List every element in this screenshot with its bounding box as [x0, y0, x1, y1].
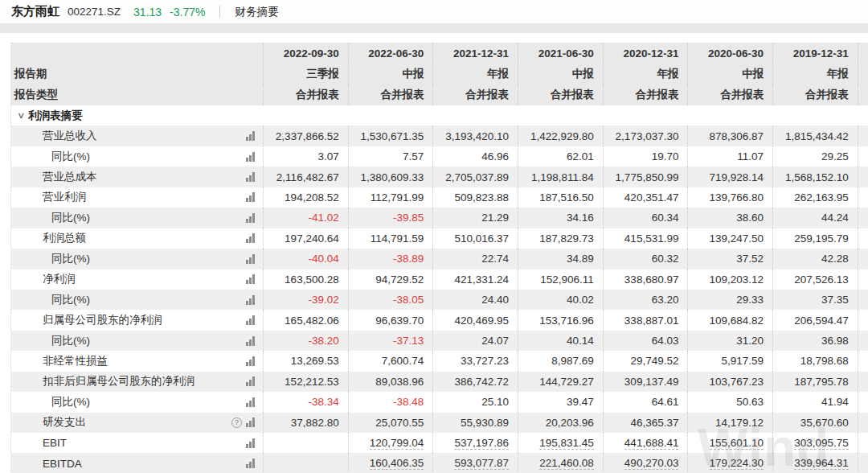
cell-value: 7.57 [349, 146, 434, 167]
bar-chart-icon[interactable] [246, 131, 255, 141]
bar-chart-icon[interactable] [246, 397, 255, 407]
help-icon[interactable]: ? [231, 417, 242, 428]
row-label-cell[interactable]: EBIT [11, 433, 264, 453]
cell-value: 2,337,866.52 [264, 125, 349, 146]
bar-chart-icon[interactable] [246, 152, 255, 162]
cell-value: 207,526.13 [773, 269, 858, 290]
cell-value: 593,077.87 [433, 453, 518, 473]
cell-value: 14,179.12 [688, 413, 773, 433]
cell-value: 34.89 [518, 249, 604, 269]
bar-chart-icon[interactable] [246, 233, 255, 243]
column-header-date: 2021-06-30 [518, 43, 604, 64]
row-label-cell[interactable]: 净利润 [11, 269, 264, 290]
bar-chart-icon[interactable] [246, 336, 255, 346]
table-row: 非经常性损益13,269.537,600.7433,727.238,987.69… [11, 351, 868, 371]
cell-value: 25.10 [433, 392, 518, 412]
row-icons [246, 356, 263, 366]
table-row: 营业总成本2,116,482.671,380,609.332,705,037.8… [11, 167, 868, 187]
tab-financial-summary[interactable]: 财务摘要 [235, 5, 278, 19]
cell-value: 114,791.59 [349, 228, 434, 249]
row-icons [246, 336, 263, 346]
cell-value: 441,688.41 [604, 433, 689, 453]
row-label-cell[interactable]: 非经常性损益 [11, 351, 264, 371]
table-row: 利润总额197,240.64114,791.59510,016.37187,82… [11, 228, 868, 249]
cell-value: 8,987.69 [518, 351, 604, 371]
cell-value: 120,799.04 [349, 433, 434, 453]
row-label-cell[interactable]: 同比(%) [11, 146, 264, 167]
cell-value: 64.03 [604, 331, 689, 351]
bar-chart-icon[interactable] [246, 315, 255, 325]
cell-value: 490,270.03 [604, 453, 689, 473]
cell-value: 187,516.50 [518, 187, 604, 208]
row-label-cell[interactable]: 同比(%) [11, 331, 264, 351]
stock-name: 东方雨虹 [11, 4, 59, 19]
row-label-cell[interactable]: 同比(%) [11, 249, 264, 269]
bar-chart-icon[interactable] [246, 254, 255, 264]
row-label-cell[interactable]: 营业总收入 [11, 125, 264, 146]
row-label-cell[interactable]: EBITDA [11, 453, 264, 473]
cell-value: 1,198,811.84 [518, 167, 604, 187]
row-label: 扣非后归属母公司股东的净利润 [11, 374, 194, 389]
cell-value: 44.24 [773, 208, 858, 228]
row-label-cell[interactable]: 研发支出? [11, 413, 264, 433]
row-label-cell[interactable]: 扣非后归属母公司股东的净利润 [11, 372, 264, 392]
column-header-scope: 合并报表 [349, 84, 434, 105]
row-icons [246, 192, 263, 202]
cell-value: 29.33 [688, 290, 773, 310]
bar-chart-icon[interactable] [246, 459, 255, 468]
financial-summary-table: 2022-09-302022-06-302021-12-312021-06-30… [10, 43, 868, 473]
cell-value: -40.04 [264, 249, 349, 269]
row-label-cell[interactable]: 利润总额 [11, 228, 264, 249]
bar-chart-icon[interactable] [246, 356, 255, 366]
cell-value: -38.48 [349, 392, 434, 412]
table-row: 归属母公司股东的净利润165,482.0696,639.70420,469.95… [11, 310, 868, 330]
cell-value: 195,831.45 [518, 433, 604, 453]
row-filler [858, 167, 868, 187]
row-icons [246, 274, 263, 284]
bar-chart-icon[interactable] [246, 417, 255, 427]
cell-value: 38.60 [688, 208, 773, 228]
table-row: 净利润163,500.2894,729.52421,331.24152,906.… [11, 269, 868, 290]
bar-chart-icon[interactable] [246, 172, 255, 182]
cell-value: -37.13 [349, 331, 434, 351]
row-label: 净利润 [11, 272, 76, 286]
table-header-row: 报告期三季报中报年报中报年报中报年报 [11, 64, 868, 84]
column-header-period: 中报 [518, 64, 604, 84]
bar-chart-icon[interactable] [246, 274, 255, 284]
row-icons [246, 172, 263, 182]
bar-chart-icon[interactable] [246, 438, 255, 448]
cell-value: 3,193,420.10 [433, 125, 518, 146]
table-row: 同比(%)-38.34-38.4825.1039.4764.6150.6341.… [11, 392, 868, 412]
table-row: 扣非后归属母公司股东的净利润152,212.5389,038.96386,742… [11, 372, 868, 392]
row-label-cell[interactable]: 归属母公司股东的净利润 [11, 310, 264, 330]
bar-chart-icon[interactable] [246, 213, 255, 223]
column-header-date: 2020-12-31 [604, 43, 689, 64]
row-label-cell[interactable]: 营业总成本 [11, 167, 264, 187]
cell-value: 152,906.11 [518, 269, 604, 290]
row-label-cell[interactable]: 同比(%) [11, 208, 264, 228]
bar-chart-icon[interactable] [246, 192, 255, 202]
cell-value: 719,928.14 [688, 167, 773, 187]
cell-value: 109,684.82 [688, 310, 773, 330]
header-corner [11, 43, 264, 64]
section-income-statement[interactable]: ∨利润表摘要 [11, 105, 868, 125]
cell-value: 155,601.10 [688, 433, 773, 453]
cell-value: 41.94 [773, 392, 858, 412]
cell-value: 24.40 [433, 290, 518, 310]
cell-value: 20,203.96 [518, 413, 604, 433]
table-row: 研发支出?37,882.8025,070.5555,930.8920,203.9… [11, 413, 868, 433]
cell-value: 2,173,037.30 [604, 125, 689, 146]
cell-value: 55,930.89 [433, 413, 518, 433]
row-label-cell[interactable]: 同比(%) [11, 392, 264, 412]
row-label-cell[interactable]: 营业利润 [11, 187, 264, 208]
bar-chart-icon[interactable] [246, 295, 255, 305]
row-label-cell[interactable]: 同比(%) [11, 290, 264, 310]
chevron-down-icon[interactable]: ∨ [9, 110, 30, 121]
bar-chart-icon[interactable] [246, 376, 255, 386]
table-row: EBITDA160,406.35593,077.87221,460.08490,… [11, 453, 868, 473]
table-row: EBIT120,799.04537,197.86195,831.45441,68… [11, 433, 868, 453]
row-filler [858, 146, 868, 167]
row-label: EBIT [11, 437, 67, 449]
header-filler [858, 43, 868, 64]
cell-value: 11.07 [688, 146, 773, 167]
